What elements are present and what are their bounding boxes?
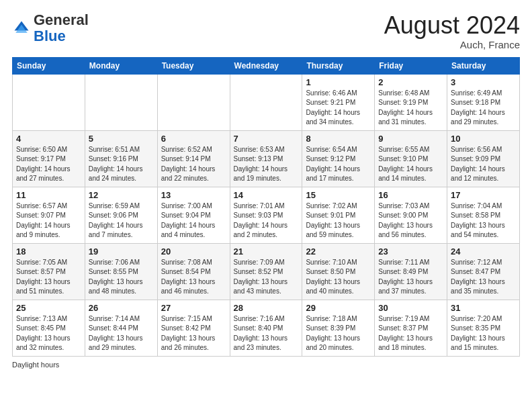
day-number: 3 [451, 77, 516, 87]
location: Auch, France [384, 39, 520, 50]
day-cell: 23Sunrise: 7:11 AM Sunset: 8:49 PM Dayli… [375, 243, 447, 300]
day-number: 24 [451, 246, 516, 257]
week-row-5: 25Sunrise: 7:13 AM Sunset: 8:45 PM Dayli… [13, 300, 520, 356]
weekday-saturday: Saturday [447, 57, 520, 74]
calendar: SundayMondayTuesdayWednesdayThursdayFrid… [12, 57, 520, 357]
day-cell: 14Sunrise: 7:01 AM Sunset: 9:03 PM Dayli… [230, 187, 302, 243]
day-info: Sunrise: 6:49 AM Sunset: 9:18 PM Dayligh… [451, 89, 516, 128]
weekday-sunday: Sunday [13, 57, 85, 74]
day-info: Sunrise: 6:59 AM Sunset: 9:06 PM Dayligh… [89, 201, 154, 240]
day-info: Sunrise: 6:46 AM Sunset: 9:21 PM Dayligh… [306, 89, 371, 128]
day-number: 7 [234, 134, 299, 144]
day-number: 19 [89, 246, 154, 257]
day-info: Sunrise: 6:55 AM Sunset: 9:10 PM Dayligh… [378, 145, 443, 184]
day-number: 8 [306, 134, 371, 144]
month-year: August 2024 [384, 12, 520, 39]
day-number: 2 [378, 77, 443, 87]
day-cell: 17Sunrise: 7:04 AM Sunset: 8:58 PM Dayli… [447, 187, 520, 243]
day-info: Sunrise: 7:19 AM Sunset: 8:37 PM Dayligh… [378, 314, 443, 353]
week-row-1: 1Sunrise: 6:46 AM Sunset: 9:21 PM Daylig… [13, 74, 520, 130]
day-number: 20 [161, 246, 226, 257]
day-cell: 28Sunrise: 7:16 AM Sunset: 8:40 PM Dayli… [230, 300, 302, 356]
day-cell: 2Sunrise: 6:48 AM Sunset: 9:19 PM Daylig… [375, 74, 447, 130]
logo-blue-text: Blue [34, 28, 66, 44]
day-info: Sunrise: 7:00 AM Sunset: 9:04 PM Dayligh… [161, 201, 226, 240]
day-info: Sunrise: 7:14 AM Sunset: 8:44 PM Dayligh… [89, 314, 154, 353]
day-number: 5 [89, 134, 154, 144]
weekday-wednesday: Wednesday [230, 57, 302, 74]
day-info: Sunrise: 7:18 AM Sunset: 8:39 PM Dayligh… [306, 314, 371, 353]
day-cell: 12Sunrise: 6:59 AM Sunset: 9:06 PM Dayli… [85, 187, 157, 243]
day-cell: 7Sunrise: 6:53 AM Sunset: 9:13 PM Daylig… [230, 130, 302, 187]
header: General Blue August 2024 Auch, France [12, 12, 520, 50]
day-info: Sunrise: 7:10 AM Sunset: 8:50 PM Dayligh… [306, 258, 371, 297]
day-number: 6 [161, 134, 226, 144]
day-number: 15 [306, 190, 371, 200]
day-cell: 1Sunrise: 6:46 AM Sunset: 9:21 PM Daylig… [302, 74, 375, 130]
day-number: 23 [378, 246, 443, 257]
day-number: 22 [306, 246, 371, 257]
day-info: Sunrise: 7:16 AM Sunset: 8:40 PM Dayligh… [234, 314, 299, 353]
title-block: August 2024 Auch, France [384, 12, 520, 50]
day-info: Sunrise: 7:03 AM Sunset: 9:00 PM Dayligh… [378, 201, 443, 240]
weekday-monday: Monday [85, 57, 157, 74]
page: General Blue August 2024 Auch, France Su… [0, 0, 532, 377]
day-info: Sunrise: 7:20 AM Sunset: 8:35 PM Dayligh… [451, 314, 516, 353]
day-cell: 4Sunrise: 6:50 AM Sunset: 9:17 PM Daylig… [13, 130, 85, 187]
logo: General Blue [12, 12, 89, 44]
day-cell: 9Sunrise: 6:55 AM Sunset: 9:10 PM Daylig… [375, 130, 447, 187]
day-cell [85, 74, 157, 130]
day-cell: 21Sunrise: 7:09 AM Sunset: 8:52 PM Dayli… [230, 243, 302, 300]
day-number: 14 [234, 190, 299, 200]
logo-general-text: General [34, 11, 89, 28]
day-info: Sunrise: 7:13 AM Sunset: 8:45 PM Dayligh… [16, 314, 81, 353]
day-number: 30 [378, 303, 443, 313]
week-row-4: 18Sunrise: 7:05 AM Sunset: 8:57 PM Dayli… [13, 243, 520, 300]
day-info: Sunrise: 6:48 AM Sunset: 9:19 PM Dayligh… [378, 89, 443, 128]
day-info: Sunrise: 7:12 AM Sunset: 8:47 PM Dayligh… [451, 258, 516, 297]
day-cell: 30Sunrise: 7:19 AM Sunset: 8:37 PM Dayli… [375, 300, 447, 356]
day-info: Sunrise: 7:09 AM Sunset: 8:52 PM Dayligh… [234, 258, 299, 297]
day-cell: 8Sunrise: 6:54 AM Sunset: 9:12 PM Daylig… [302, 130, 375, 187]
day-number: 28 [234, 303, 299, 313]
day-info: Sunrise: 6:52 AM Sunset: 9:14 PM Dayligh… [161, 145, 226, 184]
day-cell: 31Sunrise: 7:20 AM Sunset: 8:35 PM Dayli… [447, 300, 520, 356]
day-info: Sunrise: 7:04 AM Sunset: 8:58 PM Dayligh… [451, 201, 516, 240]
day-number: 9 [378, 134, 443, 144]
day-number: 18 [16, 246, 81, 257]
day-cell: 25Sunrise: 7:13 AM Sunset: 8:45 PM Dayli… [13, 300, 85, 356]
day-number: 12 [89, 190, 154, 200]
day-cell: 24Sunrise: 7:12 AM Sunset: 8:47 PM Dayli… [447, 243, 520, 300]
day-info: Sunrise: 7:11 AM Sunset: 8:49 PM Dayligh… [378, 258, 443, 297]
day-number: 13 [161, 190, 226, 200]
daylight-label: Daylight hours [12, 361, 59, 369]
day-info: Sunrise: 6:57 AM Sunset: 9:07 PM Dayligh… [16, 201, 81, 240]
day-cell: 15Sunrise: 7:02 AM Sunset: 9:01 PM Dayli… [302, 187, 375, 243]
weekday-friday: Friday [375, 57, 447, 74]
week-row-2: 4Sunrise: 6:50 AM Sunset: 9:17 PM Daylig… [13, 130, 520, 187]
day-cell: 27Sunrise: 7:15 AM Sunset: 8:42 PM Dayli… [157, 300, 230, 356]
day-cell: 5Sunrise: 6:51 AM Sunset: 9:16 PM Daylig… [85, 130, 157, 187]
day-info: Sunrise: 7:02 AM Sunset: 9:01 PM Dayligh… [306, 201, 371, 240]
day-cell: 26Sunrise: 7:14 AM Sunset: 8:44 PM Dayli… [85, 300, 157, 356]
day-info: Sunrise: 7:08 AM Sunset: 8:54 PM Dayligh… [161, 258, 226, 297]
weekday-header-row: SundayMondayTuesdayWednesdayThursdayFrid… [13, 57, 520, 74]
day-info: Sunrise: 6:53 AM Sunset: 9:13 PM Dayligh… [234, 145, 299, 184]
day-cell: 22Sunrise: 7:10 AM Sunset: 8:50 PM Dayli… [302, 243, 375, 300]
day-number: 1 [306, 77, 371, 87]
day-cell: 18Sunrise: 7:05 AM Sunset: 8:57 PM Dayli… [13, 243, 85, 300]
day-cell: 16Sunrise: 7:03 AM Sunset: 9:00 PM Dayli… [375, 187, 447, 243]
day-number: 21 [234, 246, 299, 257]
day-cell: 13Sunrise: 7:00 AM Sunset: 9:04 PM Dayli… [157, 187, 230, 243]
day-info: Sunrise: 6:54 AM Sunset: 9:12 PM Dayligh… [306, 145, 371, 184]
day-number: 25 [16, 303, 81, 313]
day-number: 29 [306, 303, 371, 313]
day-cell: 6Sunrise: 6:52 AM Sunset: 9:14 PM Daylig… [157, 130, 230, 187]
day-cell [230, 74, 302, 130]
day-info: Sunrise: 6:56 AM Sunset: 9:09 PM Dayligh… [451, 145, 516, 184]
day-cell: 3Sunrise: 6:49 AM Sunset: 9:18 PM Daylig… [447, 74, 520, 130]
day-info: Sunrise: 7:01 AM Sunset: 9:03 PM Dayligh… [234, 201, 299, 240]
day-cell: 20Sunrise: 7:08 AM Sunset: 8:54 PM Dayli… [157, 243, 230, 300]
day-info: Sunrise: 7:05 AM Sunset: 8:57 PM Dayligh… [16, 258, 81, 297]
day-info: Sunrise: 7:15 AM Sunset: 8:42 PM Dayligh… [161, 314, 226, 353]
